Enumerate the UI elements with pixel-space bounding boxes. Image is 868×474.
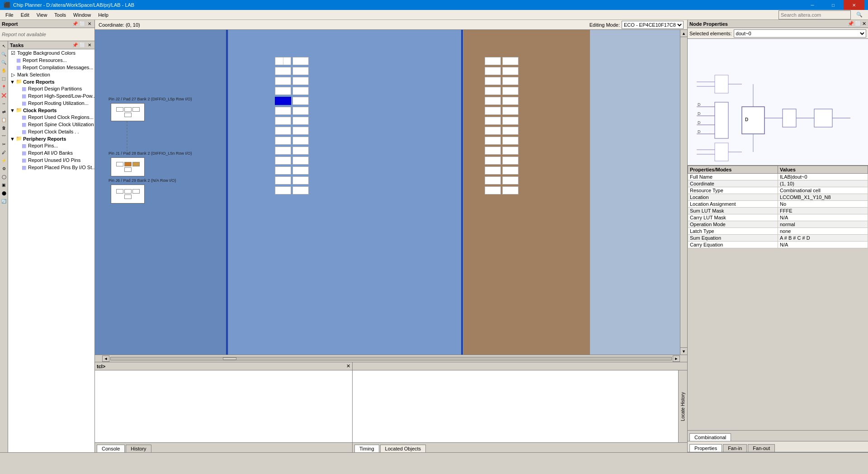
tab-properties[interactable]: Properties — [689, 444, 722, 452]
tool-swap[interactable]: ⇄ — [0, 108, 8, 115]
grid-cell[interactable] — [292, 127, 309, 135]
pin-j6-box[interactable] — [111, 185, 145, 204]
maximize-button[interactable]: □ — [823, 0, 844, 10]
task-report-routing[interactable]: ▦ Report Routing Utilization... — [8, 100, 94, 107]
tool-lpm[interactable]: ▣ — [0, 181, 8, 189]
node-props-close-icon[interactable]: ✕ — [862, 21, 866, 27]
task-report-unused-io[interactable]: ▦ Report Unused I/O Pins — [8, 156, 94, 164]
task-report-highspeed[interactable]: ▦ Report High-Speed/Low-Pow... — [8, 92, 94, 100]
tab-timing[interactable]: Timing — [354, 445, 379, 452]
pin-j2-box[interactable] — [111, 103, 145, 121]
grid-cell[interactable] — [275, 127, 291, 135]
rgrid-cell[interactable] — [485, 156, 501, 165]
console-content[interactable] — [95, 370, 352, 442]
grid-cell[interactable] — [292, 107, 309, 115]
grid-cell[interactable] — [292, 67, 309, 75]
tool-rubber-band[interactable]: ⬚ — [0, 75, 8, 82]
node-props-pin-icon[interactable]: 📌 — [848, 21, 854, 27]
grid-cell[interactable] — [275, 166, 291, 175]
task-report-spine-clock[interactable]: ▦ Report Spine Clock Utilization — [8, 121, 94, 128]
menu-edit[interactable]: Edit — [17, 11, 33, 19]
tasks-panel-float-icon[interactable]: ⬜ — [79, 42, 85, 48]
task-toggle-bg[interactable]: ☑ Toggle Background Colors — [8, 49, 94, 57]
selected-elements-select[interactable]: dout~0 — [734, 29, 866, 38]
grid-cell[interactable] — [292, 186, 309, 194]
rgrid-cell[interactable] — [485, 107, 501, 115]
rgrid-cell[interactable] — [485, 137, 501, 145]
report-panel-close-icon[interactable]: ✕ — [86, 21, 93, 27]
menu-window[interactable]: Window — [70, 11, 94, 19]
rgrid-cell[interactable] — [502, 147, 519, 155]
rgrid-cell[interactable] — [502, 166, 519, 175]
grid-cell[interactable] — [275, 186, 291, 194]
grid-cell[interactable] — [292, 156, 309, 165]
tool-copy[interactable]: 📋 — [0, 116, 8, 123]
tool-highlight[interactable]: 🖊 — [0, 149, 8, 156]
tool-unroute[interactable]: ✂ — [0, 141, 8, 148]
tab-history[interactable]: History — [126, 445, 151, 452]
pin-j1-box[interactable] — [111, 157, 145, 176]
node-props-float-icon[interactable]: ⬜ — [855, 21, 861, 27]
rgrid-cell[interactable] — [502, 186, 519, 194]
rgrid-cell[interactable] — [485, 176, 501, 185]
report-panel-pin-icon[interactable]: 📌 — [72, 21, 78, 27]
grid-cell[interactable] — [275, 117, 291, 125]
tool-select[interactable]: ↖ — [0, 43, 8, 50]
grid-cell[interactable] — [275, 77, 291, 85]
tasks-panel-pin-icon[interactable]: 📌 — [72, 42, 78, 48]
grid-cell[interactable] — [292, 166, 309, 175]
tab-console[interactable]: Console — [97, 445, 125, 452]
task-report-clock-details[interactable]: ▦ Report Clock Details . . — [8, 128, 94, 135]
canvas-hscroll[interactable]: ◄ ► — [95, 355, 687, 362]
task-report-resources[interactable]: ▦ Report Resources... — [8, 57, 94, 64]
tool-zoom-in[interactable]: 🔍 — [0, 51, 8, 58]
rgrid-cell[interactable] — [485, 97, 501, 105]
grid-cell[interactable] — [292, 87, 309, 95]
task-report-used-clock[interactable]: ▦ Report Used Clock Regions... — [8, 114, 94, 121]
core-reports-group[interactable]: ▼ 📁 Core Reports — [8, 78, 94, 85]
rgrid-cell[interactable] — [502, 67, 519, 75]
report-panel-float-icon[interactable]: ⬜ — [79, 21, 85, 27]
rgrid-cell[interactable] — [485, 77, 501, 85]
rgrid-cell[interactable] — [502, 127, 519, 135]
task-report-compilation[interactable]: ▦ Report Compilation Messages... — [8, 64, 94, 71]
grid-cell[interactable] — [275, 87, 291, 95]
grid-cell[interactable] — [292, 97, 309, 105]
rgrid-cell[interactable] — [502, 176, 519, 185]
grid-cell[interactable] — [292, 147, 309, 155]
rgrid-cell[interactable] — [502, 107, 519, 115]
grid-cell[interactable] — [292, 137, 309, 145]
tab-fan-in[interactable]: Fan-in — [723, 444, 747, 452]
minimize-button[interactable]: ─ — [802, 0, 823, 10]
search-icon[interactable]: 🔍 — [853, 11, 866, 19]
grid-cell-selected[interactable] — [275, 97, 291, 105]
clock-reports-group[interactable]: ▼ 📁 Clock Reports — [8, 107, 94, 114]
grid-cell[interactable] — [292, 77, 309, 85]
tool-delete[interactable]: 🗑 — [0, 124, 8, 132]
task-mark-selection[interactable]: ▷ Mark Selection — [8, 71, 94, 78]
tab-fan-out[interactable]: Fan-out — [748, 444, 775, 452]
tool-zoom-out[interactable]: 🔍 — [0, 59, 8, 66]
close-button[interactable]: ✕ — [844, 0, 864, 10]
grid-cell[interactable] — [292, 117, 309, 125]
rgrid-cell[interactable] — [485, 166, 501, 175]
tool-misc[interactable]: ⚙ — [0, 165, 8, 172]
tool-unassign[interactable]: ❌ — [0, 92, 8, 99]
rgrid-cell[interactable] — [485, 67, 501, 75]
tasks-panel-close-icon[interactable]: ✕ — [86, 42, 93, 48]
tab-located-objects[interactable]: Located Objects — [380, 445, 426, 452]
grid-cell[interactable] — [292, 57, 309, 65]
grid-cell[interactable] — [275, 57, 291, 65]
search-input[interactable] — [778, 10, 851, 19]
periphery-reports-group[interactable]: ▼ 📁 Periphery Reports — [8, 135, 94, 142]
task-report-all-io[interactable]: ▦ Report All I/O Banks — [8, 149, 94, 156]
rgrid-cell[interactable] — [502, 137, 519, 145]
rgrid-cell[interactable] — [485, 87, 501, 95]
tool-probe[interactable]: ⚡ — [0, 157, 8, 164]
task-report-placed-pins[interactable]: ▦ Report Placed Pins By I/O St... — [8, 164, 94, 171]
task-report-pins[interactable]: ▦ Report Pins... — [8, 142, 94, 149]
rgrid-cell[interactable] — [485, 127, 501, 135]
rgrid-cell[interactable] — [485, 57, 501, 65]
tool-assign[interactable]: 📍 — [0, 84, 8, 91]
grid-cell[interactable] — [292, 176, 309, 185]
